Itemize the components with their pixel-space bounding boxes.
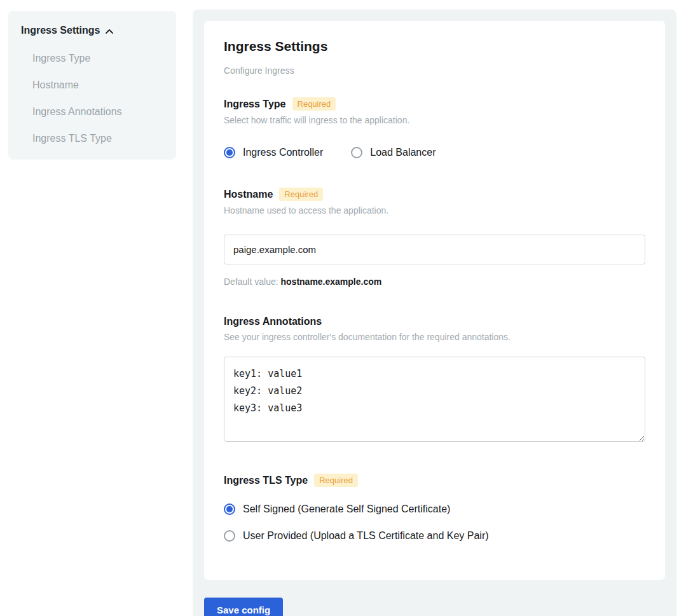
- section-ingress-type: Ingress Type Required Select how traffic…: [224, 97, 645, 158]
- default-value-text: hostname.example.com: [281, 277, 382, 287]
- sidebar-item-ingress-type[interactable]: Ingress Type: [32, 53, 163, 64]
- sidebar-item-ingress-annotations[interactable]: Ingress Annotations: [32, 106, 163, 118]
- sidebar-group-ingress-settings[interactable]: Ingress Settings: [21, 25, 163, 36]
- radio-button-icon[interactable]: [224, 530, 235, 542]
- ingress-type-radio-group: Ingress Controller Load Balancer: [224, 147, 645, 158]
- card-subtitle: Configure Ingress: [224, 65, 645, 76]
- save-config-button[interactable]: Save config: [204, 598, 283, 616]
- sidebar-item-hostname[interactable]: Hostname: [32, 79, 163, 91]
- annotations-label: Ingress Annotations: [224, 316, 322, 327]
- radio-label: Ingress Controller: [243, 147, 323, 158]
- radio-label: Load Balancer: [370, 147, 436, 158]
- default-value-label: Default value:: [224, 277, 281, 287]
- required-badge: Required: [314, 474, 358, 487]
- radio-button-icon[interactable]: [224, 503, 235, 515]
- card-title: Ingress Settings: [224, 39, 645, 54]
- required-badge: Required: [292, 97, 336, 111]
- section-ingress-annotations: Ingress Annotations See your ingress con…: [224, 316, 645, 444]
- radio-label: Self Signed (Generate Self Signed Certif…: [243, 503, 450, 515]
- tls-radio-group: Self Signed (Generate Self Signed Certif…: [224, 503, 645, 542]
- radio-load-balancer[interactable]: Load Balancer: [351, 147, 436, 158]
- ingress-settings-card: Ingress Settings Configure Ingress Ingre…: [204, 21, 665, 580]
- section-hostname: Hostname Required Hostname used to acces…: [224, 188, 645, 287]
- annotations-textarea[interactable]: key1: value1 key2: value2 key3: value3: [224, 357, 645, 442]
- radio-user-provided[interactable]: User Provided (Upload a TLS Certificate …: [224, 530, 645, 542]
- ingress-type-heading: Ingress Type Required: [224, 97, 645, 111]
- section-ingress-tls-type: Ingress TLS Type Required Self Signed (G…: [224, 474, 645, 542]
- ingress-type-help: Select how traffic will ingress to the a…: [224, 115, 645, 125]
- radio-button-icon[interactable]: [224, 147, 235, 158]
- tls-label: Ingress TLS Type: [224, 475, 308, 486]
- ingress-type-label: Ingress Type: [224, 99, 286, 110]
- radio-button-icon[interactable]: [351, 147, 362, 158]
- radio-label: User Provided (Upload a TLS Certificate …: [243, 530, 489, 542]
- tls-heading: Ingress TLS Type Required: [224, 474, 645, 487]
- hostname-default-line: Default value: hostname.example.com: [224, 277, 645, 287]
- page-layout: Ingress Settings Ingress Type Hostname I…: [0, 0, 693, 616]
- annotations-heading: Ingress Annotations: [224, 316, 645, 327]
- sidebar-group-title: Ingress Settings: [21, 25, 100, 36]
- required-badge: Required: [279, 188, 323, 201]
- annotations-help: See your ingress controller's documentat…: [224, 332, 645, 342]
- hostname-label: Hostname: [224, 189, 273, 200]
- config-sidebar: Ingress Settings Ingress Type Hostname I…: [8, 11, 176, 160]
- hostname-input[interactable]: [224, 235, 645, 264]
- chevron-up-icon: [105, 27, 114, 36]
- config-main-panel: Ingress Settings Configure Ingress Ingre…: [193, 10, 676, 616]
- hostname-heading: Hostname Required: [224, 188, 645, 201]
- sidebar-item-ingress-tls-type[interactable]: Ingress TLS Type: [32, 133, 163, 144]
- radio-self-signed[interactable]: Self Signed (Generate Self Signed Certif…: [224, 503, 645, 515]
- radio-ingress-controller[interactable]: Ingress Controller: [224, 147, 323, 158]
- hostname-help: Hostname used to access the application.: [224, 205, 645, 216]
